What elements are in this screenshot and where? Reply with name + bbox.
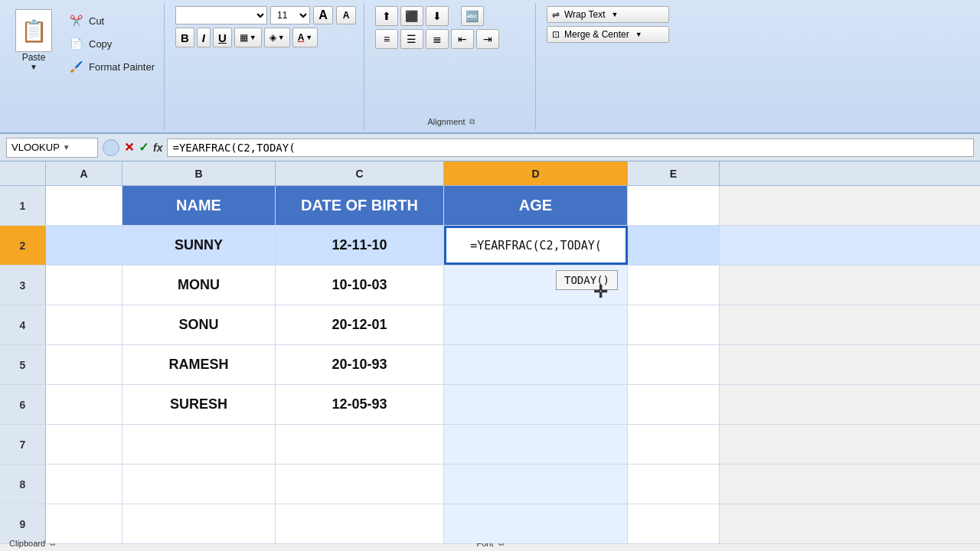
cell-c4[interactable]: 20-12-01 — [276, 305, 444, 344]
row-num-1: 1 — [0, 186, 46, 225]
bold-button[interactable]: B — [175, 28, 194, 47]
grow-font-button[interactable]: A — [313, 6, 333, 24]
alignment-expand-icon[interactable]: ⧉ — [469, 117, 475, 126]
angle-text-button[interactable]: 🔤 — [461, 6, 484, 26]
cell-c3[interactable]: 10-10-03 — [276, 266, 444, 305]
name-box-value: VLOOKUP — [11, 142, 60, 153]
cell-a9[interactable] — [46, 504, 122, 543]
cell-e6[interactable] — [628, 385, 720, 424]
insert-function-button[interactable]: fx — [153, 142, 162, 154]
cell-a7[interactable] — [46, 425, 122, 464]
fill-arrow: ▼ — [278, 34, 285, 41]
wrap-merge-section: ⇌ Wrap Text ▼ ⊡ Merge & Center ▼ — [539, 3, 677, 129]
cell-d1[interactable]: AGE — [444, 186, 628, 225]
cell-e8[interactable] — [628, 465, 720, 504]
cell-a4[interactable] — [46, 305, 122, 344]
table-row: 3 MONU 10-10-03 — [0, 266, 980, 305]
row-num-4: 4 — [0, 305, 46, 344]
col-header-c[interactable]: C — [276, 161, 444, 185]
align-top-button[interactable]: ⬆ — [375, 6, 398, 26]
underline-button[interactable]: U — [213, 28, 232, 47]
table-row: 9 — [0, 504, 980, 544]
cell-a1[interactable] — [46, 186, 122, 225]
name-box-arrow[interactable]: ▼ — [63, 143, 70, 152]
table-row: 5 RAMESH 20-10-93 — [0, 345, 980, 385]
cell-d8[interactable] — [444, 465, 628, 504]
cell-b3[interactable]: MONU — [122, 266, 276, 305]
cell-b2[interactable]: SUNNY — [122, 226, 276, 265]
cell-e4[interactable] — [628, 305, 720, 344]
cell-a5[interactable] — [46, 345, 122, 384]
confirm-formula-button[interactable]: ✓ — [139, 140, 149, 155]
font-color-button[interactable]: A ▼ — [292, 28, 318, 47]
increase-indent-button[interactable]: ⇥ — [476, 29, 499, 49]
cell-e7[interactable] — [628, 425, 720, 464]
cell-c6[interactable]: 12-05-93 — [276, 385, 444, 424]
cell-b6[interactable]: SURESH — [122, 385, 276, 424]
cell-e5[interactable] — [628, 345, 720, 384]
cell-c5[interactable]: 20-10-93 — [276, 345, 444, 384]
cut-button[interactable]: ✂️ Cut — [64, 11, 158, 31]
merge-center-icon: ⊡ — [552, 29, 560, 40]
cell-d5[interactable] — [444, 345, 628, 384]
borders-button[interactable]: ▦ ▼ — [234, 28, 262, 47]
cell-e3[interactable] — [628, 266, 720, 305]
cancel-formula-button[interactable]: ✕ — [124, 140, 134, 155]
borders-icon: ▦ — [240, 32, 248, 43]
cell-a3[interactable] — [46, 266, 122, 305]
merge-center-button[interactable]: ⊡ Merge & Center ▼ — [547, 26, 669, 43]
cell-c1[interactable]: DATE OF BIRTH — [276, 186, 444, 225]
cell-b4[interactable]: SONU — [122, 305, 276, 344]
col-header-d[interactable]: D — [444, 161, 628, 185]
align-left-button[interactable]: ≡ — [375, 29, 398, 49]
wrap-text-button[interactable]: ⇌ Wrap Text ▼ — [547, 6, 669, 23]
col-header-b[interactable]: B — [122, 161, 276, 185]
cell-b9[interactable] — [122, 504, 276, 543]
alignment-label: Alignment ⧉ — [428, 117, 475, 126]
function-tooltip: TODAY() — [556, 270, 618, 290]
paste-button[interactable]: 📋 Paste ▼ — [9, 6, 58, 112]
cell-d4[interactable] — [444, 305, 628, 344]
align-middle-button[interactable]: ⬛ — [400, 6, 423, 26]
borders-arrow: ▼ — [250, 34, 256, 41]
align-right-button[interactable]: ≣ — [426, 29, 449, 49]
cell-a8[interactable] — [46, 465, 122, 504]
align-center-button[interactable]: ☰ — [400, 29, 423, 49]
font-size-select[interactable]: 11 — [270, 6, 310, 24]
shrink-font-button[interactable]: A — [336, 6, 356, 24]
paste-label: Paste — [22, 52, 46, 63]
cell-c2[interactable]: 12-11-10 — [276, 226, 444, 265]
formula-input[interactable] — [167, 139, 974, 157]
cell-b7[interactable] — [122, 425, 276, 464]
cell-c7[interactable] — [276, 425, 444, 464]
italic-button[interactable]: I — [197, 28, 211, 47]
cell-c8[interactable] — [276, 465, 444, 504]
cell-c9[interactable] — [276, 504, 444, 543]
table-row: 2 SUNNY 12-11-10 =YEARFRAC(C2,TODAY( TOD… — [0, 226, 980, 266]
cell-d9[interactable] — [444, 504, 628, 543]
format-painter-button[interactable]: 🖌️ Format Painter — [64, 57, 158, 77]
copy-label: Copy — [89, 38, 112, 50]
cell-e2[interactable] — [628, 226, 720, 265]
font-top-row: 11 A A — [175, 6, 356, 24]
fill-color-button[interactable]: ◈ ▼ — [264, 28, 290, 47]
copy-button[interactable]: 📄 Copy — [64, 34, 158, 54]
font-name-select[interactable] — [175, 6, 267, 24]
name-box[interactable]: VLOOKUP ▼ — [6, 138, 98, 158]
cell-b8[interactable] — [122, 465, 276, 504]
cell-e9[interactable] — [628, 504, 720, 543]
cell-a6[interactable] — [46, 385, 122, 424]
col-header-a[interactable]: A — [46, 161, 122, 185]
align-bottom-button[interactable]: ⬇ — [426, 6, 449, 26]
cell-d6[interactable] — [444, 385, 628, 424]
cell-d2[interactable]: =YEARFRAC(C2,TODAY( TODAY() ✛ — [444, 226, 628, 265]
col-header-e[interactable]: E — [628, 161, 720, 185]
cell-e1[interactable] — [628, 186, 720, 225]
decrease-indent-button[interactable]: ⇤ — [451, 29, 474, 49]
cell-b1[interactable]: NAME — [122, 186, 276, 225]
cursor-crosshair: ✛ — [593, 282, 607, 302]
cell-d7[interactable] — [444, 425, 628, 464]
row-num-6: 6 — [0, 385, 46, 424]
cell-a2[interactable] — [46, 226, 122, 265]
cell-b5[interactable]: RAMESH — [122, 345, 276, 384]
